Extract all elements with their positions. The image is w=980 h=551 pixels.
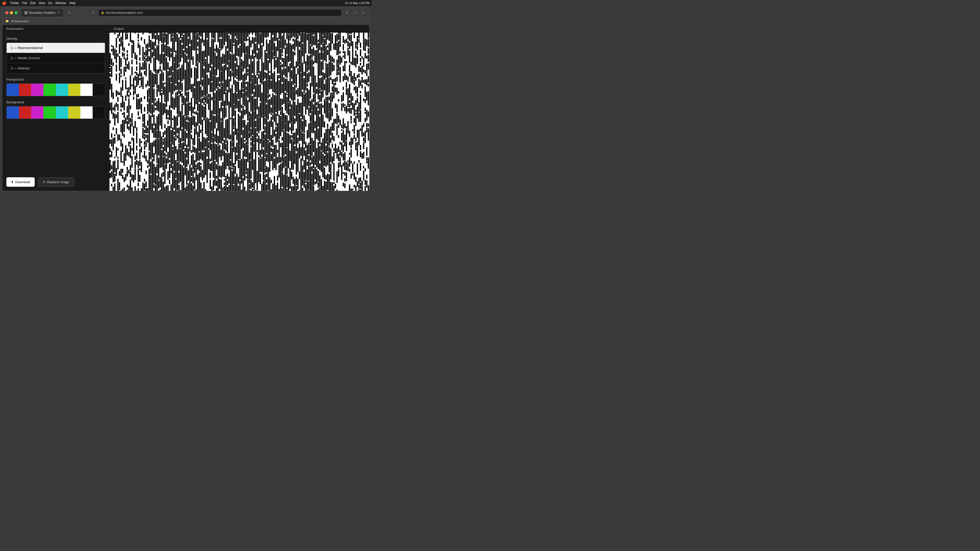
svg-rect-899: [224, 128, 225, 138]
svg-rect-1221: [267, 100, 269, 120]
svg-rect-1244: [271, 135, 272, 146]
svg-rect-744: [202, 65, 203, 78]
menubar: 🍎 Finder File Edit View Go Window Help F…: [0, 0, 372, 6]
generative-art-svg: [110, 33, 369, 191]
svg-rect-472: [164, 87, 165, 102]
sidebar-button[interactable]: ▭: [352, 10, 358, 16]
density-options-group: 1 — Representational 2 — Middle Ground 3…: [6, 43, 105, 73]
svg-rect-623: [185, 130, 186, 146]
background-swatch-yellow[interactable]: [68, 106, 80, 119]
menubar-window[interactable]: Window: [56, 1, 66, 5]
svg-rect-1014: [241, 33, 242, 57]
background-swatch-black[interactable]: [93, 106, 105, 119]
svg-rect-831: [215, 68, 216, 91]
background-swatch-white[interactable]: [80, 106, 93, 119]
browser-tab-active[interactable]: Boundary Analytics ✕: [22, 9, 63, 17]
svg-rect-350: [147, 188, 148, 191]
menubar-edit[interactable]: Edit: [30, 1, 35, 5]
menubar-view[interactable]: View: [38, 1, 45, 5]
svg-rect-1930: [355, 177, 356, 182]
bookmarks-label[interactable]: All Bookmarks: [11, 20, 29, 23]
svg-rect-405: [155, 140, 156, 155]
density-option-abstract[interactable]: 3 — Abstract: [6, 63, 105, 73]
url-bar[interactable]: 🔒 tool.boundaryanalytics.com: [98, 9, 342, 16]
svg-rect-1705: [332, 123, 333, 130]
svg-rect-477: [164, 153, 165, 164]
downloads-button[interactable]: ⊙: [360, 10, 366, 16]
svg-rect-951: [231, 135, 233, 142]
svg-rect-473: [164, 103, 165, 113]
svg-rect-759: [204, 96, 205, 100]
svg-rect-806: [211, 33, 213, 38]
forward-button[interactable]: ›: [83, 10, 89, 16]
svg-rect-1454: [299, 190, 300, 191]
svg-rect-577: [178, 173, 180, 183]
menubar-finder[interactable]: Finder: [11, 1, 19, 5]
menubar-go[interactable]: Go: [48, 1, 52, 5]
svg-rect-631: [186, 92, 187, 97]
svg-rect-1833: [346, 75, 347, 80]
svg-rect-971: [235, 63, 236, 78]
svg-rect-1034: [242, 151, 244, 160]
svg-rect-1963: [360, 49, 361, 56]
replace-image-button[interactable]: ↺ Replace Image: [38, 177, 74, 187]
back-button[interactable]: ‹: [75, 10, 81, 16]
background-swatch-green[interactable]: [43, 106, 56, 119]
share-button[interactable]: ⬆: [344, 10, 350, 16]
svg-rect-1011: [239, 160, 241, 179]
svg-rect-964: [233, 131, 234, 152]
svg-rect-1281: [275, 134, 277, 143]
svg-rect-906: [225, 33, 227, 41]
svg-rect-399: [155, 48, 156, 73]
svg-rect-192: [130, 165, 131, 171]
svg-rect-1067: [247, 82, 248, 98]
svg-rect-652: [189, 33, 191, 44]
svg-rect-393: [153, 153, 155, 162]
svg-rect-862: [219, 62, 220, 82]
svg-rect-1563: [313, 169, 314, 186]
new-tab-button[interactable]: +: [66, 10, 73, 16]
foreground-swatch-magenta[interactable]: [31, 84, 43, 96]
svg-rect-1050: [246, 46, 247, 53]
svg-rect-1522: [308, 156, 310, 181]
background-swatch-red[interactable]: [19, 106, 31, 119]
menubar-file[interactable]: File: [22, 1, 27, 5]
foreground-swatch-blue[interactable]: [6, 84, 19, 96]
minimize-window-button[interactable]: [10, 11, 13, 14]
foreground-swatch-black[interactable]: [93, 84, 105, 96]
svg-rect-207: [131, 174, 133, 181]
menubar-help[interactable]: Help: [69, 1, 76, 5]
svg-rect-289: [141, 141, 142, 143]
svg-rect-139: [125, 59, 126, 65]
background-swatch-blue[interactable]: [6, 106, 19, 119]
foreground-swatch-red[interactable]: [19, 84, 31, 96]
foreground-swatch-green[interactable]: [43, 84, 56, 96]
fullscreen-window-button[interactable]: [14, 11, 18, 14]
svg-rect-1895: [352, 103, 353, 110]
foreground-swatch-yellow[interactable]: [68, 84, 80, 96]
svg-rect-925: [227, 187, 228, 191]
svg-rect-587: [180, 111, 181, 131]
reload-button[interactable]: ↻: [90, 10, 96, 16]
density-option-middle-ground[interactable]: 2 — Middle Ground: [6, 53, 105, 63]
density-option-representational[interactable]: 1 — Representational: [6, 43, 105, 53]
close-window-button[interactable]: [5, 11, 8, 14]
download-button[interactable]: ⬇ Download: [6, 177, 35, 187]
foreground-swatch-cyan[interactable]: [56, 84, 68, 96]
svg-rect-939: [230, 118, 231, 119]
svg-rect-505: [169, 67, 170, 76]
apple-menu[interactable]: 🍎: [2, 1, 6, 5]
svg-rect-1462: [301, 147, 302, 156]
svg-rect-1900: [352, 189, 353, 191]
svg-rect-237: [136, 72, 137, 76]
background-swatch-cyan[interactable]: [56, 106, 68, 119]
svg-rect-315: [144, 130, 145, 133]
tab-close-button[interactable]: ✕: [57, 11, 60, 14]
background-swatch-magenta[interactable]: [31, 106, 43, 119]
svg-rect-339: [147, 43, 148, 56]
foreground-swatch-white[interactable]: [80, 84, 93, 96]
svg-rect-1983: [361, 66, 363, 75]
svg-rect-1019: [241, 111, 242, 135]
svg-rect-1192: [264, 50, 266, 70]
svg-rect-1081: [249, 184, 250, 189]
